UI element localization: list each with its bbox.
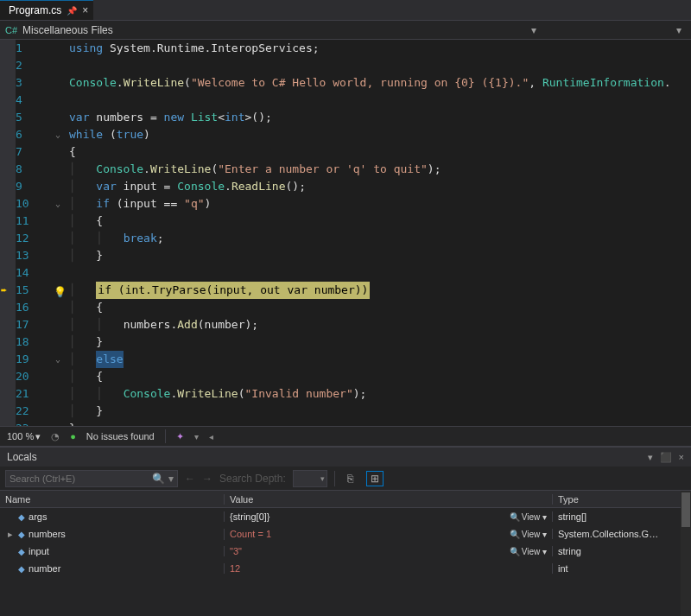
code-editor[interactable]: ➨ 12345678910111213141516171819202122232…: [0, 40, 691, 426]
health-indicator-icon[interactable]: ◔: [51, 431, 60, 442]
depth-label: Search Depth:: [219, 473, 286, 485]
locals-header[interactable]: Locals ▾ ⬛ ×: [0, 448, 691, 467]
editor-tab[interactable]: Program.cs 📌 ×: [0, 0, 93, 20]
col-name[interactable]: Name: [0, 494, 225, 505]
context-bar: C# Miscellaneous Files ▾ ▾: [0, 21, 691, 40]
arrow-right-icon: →: [202, 473, 212, 485]
depth-dropdown[interactable]: ▾: [293, 470, 327, 487]
arrow-left-icon[interactable]: ◂: [209, 432, 213, 441]
close-icon[interactable]: ×: [679, 452, 684, 463]
col-value[interactable]: Value: [225, 494, 553, 505]
scrollbar[interactable]: [681, 491, 691, 616]
separator: [334, 471, 335, 486]
scope-label: Miscellaneous Files: [22, 24, 113, 36]
chevron-down-icon[interactable]: ▾: [168, 473, 174, 485]
locals-toolbar: 🔍 ▾ ← → Search Depth: ▾ ⎘ ⊞: [0, 467, 691, 491]
tab-bar: Program.cs 📌 ×: [0, 0, 691, 21]
fold-gutter[interactable]: ⌄⌄⌄⌄: [50, 40, 66, 426]
arrow-left-icon: ←: [185, 473, 195, 485]
line-number-gutter: 1234567891011121314151617181920212223242…: [16, 40, 50, 426]
scope-dropdown[interactable]: Miscellaneous Files: [22, 22, 522, 38]
lightbulb-icon[interactable]: 💡: [54, 283, 67, 301]
table-row[interactable]: ◆args{string[0]}🔍View ▾string[]: [0, 508, 691, 525]
toolbar-icon-1[interactable]: ⎘: [342, 473, 359, 485]
close-icon[interactable]: ×: [82, 4, 88, 16]
current-statement-arrow: ➨: [1, 282, 7, 299]
separator: [165, 429, 166, 443]
tab-title: Program.cs: [9, 4, 61, 16]
code-area[interactable]: using System.Runtime.InteropServices;Con…: [66, 40, 691, 426]
zoom-value: 100 %: [7, 431, 34, 441]
chevron-down-icon[interactable]: ▾: [672, 24, 686, 36]
zoom-dropdown[interactable]: 100 % ▾: [7, 431, 41, 442]
locals-title: Locals: [7, 451, 37, 463]
locals-search[interactable]: 🔍 ▾: [5, 470, 178, 487]
toolbar-icon-2[interactable]: ⊞: [366, 471, 384, 486]
wand-icon[interactable]: ✦: [176, 431, 184, 442]
glyph-margin[interactable]: ➨: [0, 40, 16, 426]
search-icon[interactable]: 🔍: [152, 473, 165, 485]
table-row[interactable]: ◆number12int: [0, 560, 691, 577]
chevron-down-icon[interactable]: ▾: [527, 24, 541, 36]
table-row[interactable]: ◆input"3"🔍View ▾string: [0, 543, 691, 560]
grid-header[interactable]: Name Value Type: [0, 491, 691, 508]
table-row[interactable]: ▸ ◆numbersCount = 1🔍View ▾System.Collect…: [0, 525, 691, 543]
locals-grid: Name Value Type ◆args{string[0]}🔍View ▾s…: [0, 491, 691, 616]
csharp-icon: C#: [5, 25, 17, 35]
search-input[interactable]: [10, 473, 149, 484]
chevron-down-icon: ▾: [35, 431, 41, 442]
window-menu-icon[interactable]: ▾: [648, 452, 653, 463]
view-button[interactable]: 🔍View ▾: [510, 547, 547, 556]
issues-text: No issues found: [86, 431, 155, 441]
chevron-down-icon[interactable]: ▾: [194, 432, 199, 441]
editor-status-bar: 100 % ▾ ◔ ● No issues found ✦ ▾ ◂: [0, 426, 691, 447]
scrollbar-thumb[interactable]: [681, 492, 690, 527]
check-icon: ●: [70, 431, 76, 441]
pin-icon[interactable]: 📌: [67, 6, 77, 16]
view-button[interactable]: 🔍View ▾: [510, 512, 547, 522]
pin-icon[interactable]: ⬛: [660, 452, 672, 463]
locals-panel: Locals ▾ ⬛ × 🔍 ▾ ← → Search Depth: ▾ ⎘ ⊞…: [0, 447, 691, 616]
col-type[interactable]: Type: [553, 494, 691, 505]
view-button[interactable]: 🔍View ▾: [510, 530, 547, 539]
